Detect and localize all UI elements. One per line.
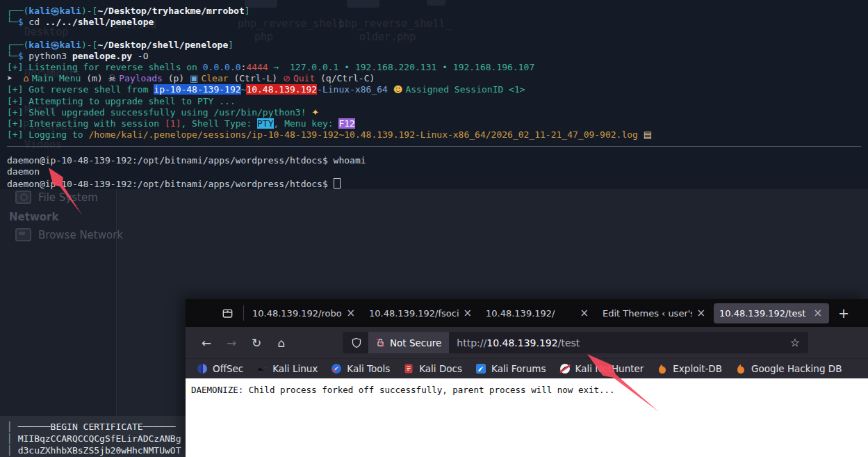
page-content: DAEMONIZE: Child process forked off succ… — [186, 378, 868, 457]
bookmark-kalitools-icon — [331, 363, 342, 374]
network-icon — [15, 228, 31, 241]
bookmark-offsec[interactable]: OffSec — [197, 363, 243, 374]
firefox-view-icon[interactable] — [222, 307, 234, 319]
home-button[interactable]: ⌂ — [269, 336, 294, 350]
firefox-window: 10.48.139.192/robots×10.48.139.192/fsoci… — [186, 299, 868, 457]
tab-title: 10.48.139.192/fsocity — [369, 308, 459, 319]
bookmark-kali-icon — [256, 363, 268, 374]
browse-network-label: Browse Network — [38, 229, 123, 241]
security-label: Not Secure — [390, 337, 441, 348]
tab-close-button[interactable]: × — [578, 307, 590, 319]
bookmark-kaliforums-icon — [475, 363, 486, 374]
tab-10-48-139-192-test[interactable]: 10.48.139.192/test× — [714, 303, 829, 323]
terminal-line — [7, 28, 868, 39]
terminal-line: ┌──(kali㉿kali)-[~/Desktop/tryhackme/mrro… — [7, 6, 868, 17]
page-text: DAEMONIZE: Child process forked off succ… — [191, 385, 615, 395]
shield-permissions-icon[interactable] — [351, 337, 362, 348]
bookmark-star-icon[interactable]: ☆ — [790, 336, 800, 349]
tab-close-button[interactable]: × — [461, 307, 473, 319]
url-scheme: http:// — [457, 337, 486, 348]
terminal-line: └─$ python3 penelope.py -O — [7, 51, 868, 62]
certificate-line: │ d3cuZXhhbXBsZS5jb20wHhcNMTUwOT — [7, 444, 186, 456]
file-system-icon — [15, 191, 31, 204]
bookmark-kali-tools[interactable]: Kali Tools — [331, 363, 390, 374]
tab-title: Edit Themes ‹ user's B — [603, 308, 692, 319]
terminal-line: [+] Attempting to upgrade shell to PTY .… — [7, 96, 868, 107]
bookmark-google-hacking-db[interactable]: Google Hacking DB — [735, 363, 842, 374]
bookmark-kali-forums[interactable]: Kali Forums — [475, 363, 546, 374]
terminal-line: daemon@ip-10-48-139-192:/opt/bitnami/app… — [7, 155, 868, 166]
certificate-line: │ ──────BEGIN CERTIFICATE────── — [7, 421, 186, 433]
bookmark-label: Kali Linux — [272, 363, 318, 374]
bookmark-label: Exploit-DB — [673, 363, 722, 374]
terminal-line: [+] Logging to /home/kali/.penelope/sess… — [7, 129, 868, 141]
certificate-line: │ MIIBqzCCARQCCQCgSfELirADCzANBg — [7, 433, 186, 444]
terminal-output: ┌──(kali㉿kali)-[~/Desktop/tryhackme/mrro… — [7, 6, 868, 189]
bookmark-edb-icon — [657, 363, 668, 374]
bookmark-label: OffSec — [213, 363, 243, 374]
tab-10-48-139-192-robots[interactable]: 10.48.139.192/robots× — [247, 303, 362, 323]
bookmark-kali-linux[interactable]: Kali Linux — [256, 363, 318, 374]
forward-button[interactable]: → — [219, 336, 244, 350]
bookmark-kali-nethunter[interactable]: Kali NetHunter — [559, 363, 644, 374]
tab-close-button[interactable]: × — [345, 307, 357, 319]
ghost-desktop-icon — [427, 0, 445, 6]
bookmark-label: Kali Tools — [347, 363, 390, 374]
terminal-window[interactable]: Desktopinifiedphp_reverse_shell.phpphp_r… — [0, 0, 868, 189]
tab-bar: 10.48.139.192/robots×10.48.139.192/fsoci… — [186, 299, 868, 327]
terminal-line: daemon@ip-10-48-139-192:/opt/bitnami/app… — [7, 178, 868, 189]
bookmark-offsec-icon — [197, 363, 208, 374]
terminal-line: [+] Listening for reverse shells on 0.0.… — [7, 62, 868, 73]
file-system-label: File System — [38, 191, 98, 204]
tab-10-48-139-192[interactable]: 10.48.139.192/× — [480, 303, 596, 323]
bookmark-ghdb-icon — [735, 363, 746, 374]
desktop: File System Network Browse Network │ ───… — [0, 0, 868, 457]
tab-10-48-139-192-fsocity[interactable]: 10.48.139.192/fsocity× — [363, 303, 479, 323]
tab-title: 10.48.139.192/test — [719, 308, 809, 319]
url-path: /test — [558, 337, 580, 348]
tab-close-button[interactable]: × — [812, 307, 824, 319]
network-section-header: Network — [9, 211, 58, 223]
new-tab-button[interactable]: + — [838, 305, 849, 321]
reload-button[interactable]: ↻ — [244, 336, 269, 350]
terminal-line: [+] Interacting with session [1], Shell … — [7, 118, 868, 129]
bookmark-label: Kali Forums — [491, 363, 546, 374]
tab-close-button[interactable]: × — [695, 307, 707, 319]
bookmark-exploit-db[interactable]: Exploit-DB — [657, 363, 722, 374]
bookmark-label: Kali Docs — [419, 363, 462, 374]
sidebar-item-file-system[interactable]: File System — [15, 191, 98, 204]
back-button[interactable]: ← — [194, 336, 219, 350]
tab-title: 10.48.139.192/robots — [252, 308, 342, 319]
terminal-line: └─$ cd ../../shell/penelope — [7, 17, 868, 28]
bookmark-label: Google Hacking DB — [751, 363, 842, 374]
bookmark-label: Kali NetHunter — [575, 363, 644, 374]
terminal-line: ➤ ⌂ Main Menu (m) ☠ Payloads (p) ▣ Clear… — [7, 73, 868, 84]
terminal-line: daemon — [7, 166, 868, 177]
bookmark-nethunter-icon — [559, 363, 571, 374]
tab-title: 10.48.139.192/ — [486, 308, 575, 319]
tab-bar-divider — [243, 305, 244, 321]
terminal-line: [+] Shell upgraded successfully using /u… — [7, 107, 868, 118]
terminal-cursor — [334, 178, 341, 189]
sidebar-item-browse-network[interactable]: Browse Network — [15, 228, 123, 241]
insecure-lock-icon — [376, 337, 385, 348]
bookmarks-bar: OffSecKali LinuxKali ToolsKali DocsKali … — [186, 358, 868, 378]
url-text: http://10.48.139.192/test — [457, 337, 580, 348]
url-bar[interactable]: Not Secure http://10.48.139.192/test ☆ — [343, 332, 808, 353]
bookmark-kalidocs-icon — [403, 363, 414, 374]
tab-edit-themes-user-s-b[interactable]: Edit Themes ‹ user's B× — [597, 303, 712, 323]
security-chip[interactable]: Not Secure — [368, 332, 449, 353]
terminal-line: [+] Got reverse shell from ip-10-48-139-… — [7, 84, 868, 95]
bookmark-kali-docs[interactable]: Kali Docs — [403, 363, 462, 374]
url-host: 10.48.139.192 — [486, 337, 557, 348]
navigation-bar: ← → ↻ ⌂ Not Secure http:/ — [186, 327, 868, 358]
background-terminal-certificate: │ ──────BEGIN CERTIFICATE──────│ MIIBqzC… — [0, 416, 186, 457]
tab-strip: 10.48.139.192/robots×10.48.139.192/fsoci… — [246, 303, 830, 323]
terminal-separator — [7, 146, 861, 147]
terminal-line: ┌──(kali㉿kali)-[~/Desktop/shell/penelope… — [7, 40, 868, 51]
